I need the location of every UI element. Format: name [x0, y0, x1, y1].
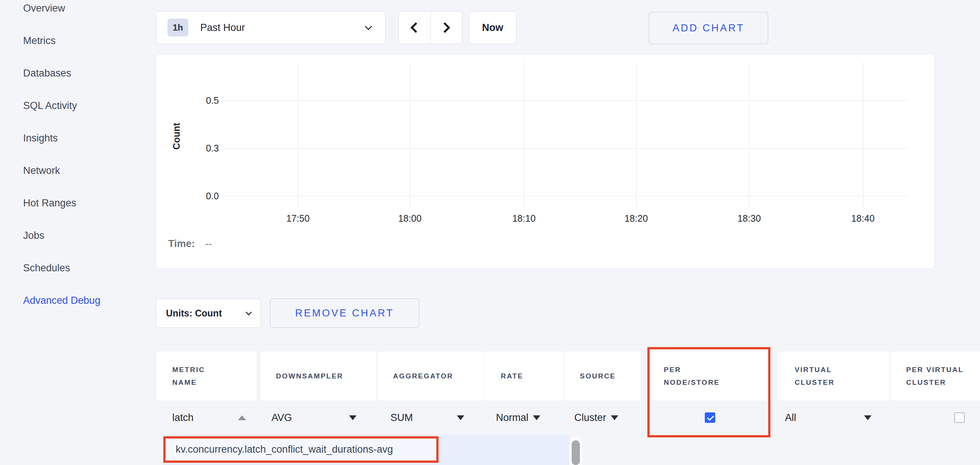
- x-tick-label: 18:00: [384, 213, 436, 224]
- chevron-down-icon: [246, 309, 252, 316]
- dropdown-scrollbar-thumb[interactable]: [572, 440, 580, 465]
- column-header-metric-name: METRIC NAME: [157, 352, 256, 400]
- column-header-downsampler: DOWNSAMPLER: [260, 352, 376, 400]
- x-tick-label: 18:10: [498, 213, 550, 224]
- metric-suggestion-label: kv.concurrency.latch_conflict_wait_durat…: [176, 444, 393, 455]
- y-tick-label: 0.3: [181, 142, 219, 154]
- table-row-downsampler-cell: AVG: [260, 400, 376, 435]
- table-row-aggregator-cell: SUM: [377, 400, 485, 435]
- table-row-per-node-store-cell: [648, 400, 772, 435]
- caret-down-icon[interactable]: [611, 415, 618, 420]
- time-label: Time:: [168, 238, 195, 250]
- column-header-source: SOURCE: [564, 352, 641, 400]
- add-chart-button[interactable]: ADD CHART: [649, 12, 768, 44]
- table-row-source-cell: Cluster: [564, 400, 641, 435]
- sidebar-item-databases[interactable]: Databases: [23, 68, 100, 78]
- virtual-cluster-select-value[interactable]: All: [785, 412, 796, 423]
- metric-suggestion-item[interactable]: kv.concurrency.latch_conflict_wait_durat…: [164, 437, 438, 462]
- y-tick-label: 0.5: [181, 95, 219, 106]
- sidebar-item-metrics[interactable]: Metrics: [23, 35, 100, 46]
- chevron-right-icon: [440, 22, 450, 33]
- caret-up-icon[interactable]: [238, 415, 246, 420]
- time-value: --: [205, 238, 212, 250]
- gridline: [224, 196, 908, 196]
- now-button[interactable]: Now: [469, 11, 517, 44]
- gridline: [749, 62, 749, 208]
- next-window-button[interactable]: [431, 11, 462, 44]
- sidebar-item-network[interactable]: Network: [23, 165, 100, 176]
- sidebar-item-advanced-debug[interactable]: Advanced Debug: [23, 295, 100, 306]
- sidebar-item-insights[interactable]: Insights: [23, 133, 100, 143]
- table-row-per-virtual-cluster-cell: [891, 400, 980, 435]
- gridline: [224, 148, 908, 149]
- custom-chart-card: Count 0.5 0.3 0.0 17:50 18:00 18:10 18:2…: [156, 54, 934, 269]
- time-window-pager: [398, 11, 462, 44]
- sidebar-item-overview[interactable]: Overview: [23, 3, 100, 13]
- units-dropdown[interactable]: Units: Count: [156, 299, 261, 328]
- sidebar-nav: Overview Metrics Databases SQL Activity …: [23, 3, 100, 306]
- column-header-rate: RATE: [485, 352, 563, 400]
- column-header-per-node-store: PER NODE/STORE: [648, 352, 772, 400]
- caret-down-icon[interactable]: [864, 415, 872, 420]
- time-range-badge: 1h: [167, 19, 188, 37]
- previous-window-button[interactable]: [399, 11, 431, 44]
- gridline: [636, 62, 636, 208]
- remove-chart-button[interactable]: REMOVE CHART: [270, 299, 419, 328]
- gridline: [863, 62, 863, 208]
- per-virtual-cluster-checkbox[interactable]: [954, 412, 965, 423]
- gridline: [410, 62, 410, 208]
- hover-time-readout: Time: --: [168, 238, 212, 250]
- column-header-per-virtual-cluster: PER VIRTUAL CLUSTER: [891, 352, 980, 400]
- per-node-store-checkbox[interactable]: [705, 412, 715, 423]
- x-tick-label: 17:50: [272, 213, 324, 224]
- metric-name-input[interactable]: latch: [172, 412, 194, 423]
- downsampler-select-value[interactable]: AVG: [272, 412, 292, 423]
- chevron-left-icon: [410, 22, 421, 33]
- gridline: [224, 101, 908, 101]
- rate-select-value[interactable]: Normal: [496, 412, 528, 423]
- gridline: [524, 62, 524, 208]
- caret-down-icon[interactable]: [349, 415, 356, 420]
- y-axis-label: Count: [171, 123, 182, 150]
- time-range-picker[interactable]: 1h Past Hour: [156, 11, 386, 44]
- sidebar-item-jobs[interactable]: Jobs: [23, 230, 100, 241]
- table-row-metric-cell: latch: [157, 400, 256, 435]
- aggregator-select-value[interactable]: SUM: [390, 412, 413, 423]
- column-header-aggregator: AGGREGATOR: [377, 352, 485, 400]
- table-row-rate-cell: Normal: [485, 400, 563, 435]
- source-select-value[interactable]: Cluster: [574, 412, 606, 423]
- time-range-label: Past Hour: [200, 22, 366, 34]
- y-tick-label: 0.0: [181, 190, 219, 201]
- table-row-virtual-cluster-cell: All: [779, 400, 889, 435]
- x-tick-label: 18:30: [723, 213, 775, 224]
- sidebar-item-schedules[interactable]: Schedules: [23, 263, 100, 273]
- caret-down-icon[interactable]: [533, 415, 540, 420]
- x-tick-label: 18:40: [837, 213, 889, 224]
- units-dropdown-label: Units: Count: [166, 308, 222, 319]
- column-header-virtual-cluster: VIRTUAL CLUSTER: [779, 352, 889, 400]
- chevron-down-icon: [365, 23, 372, 30]
- sidebar-item-hot-ranges[interactable]: Hot Ranges: [23, 198, 100, 208]
- caret-down-icon[interactable]: [457, 415, 464, 420]
- x-tick-label: 18:20: [610, 213, 662, 224]
- sidebar-item-sql-activity[interactable]: SQL Activity: [23, 101, 100, 111]
- gridline: [298, 62, 298, 208]
